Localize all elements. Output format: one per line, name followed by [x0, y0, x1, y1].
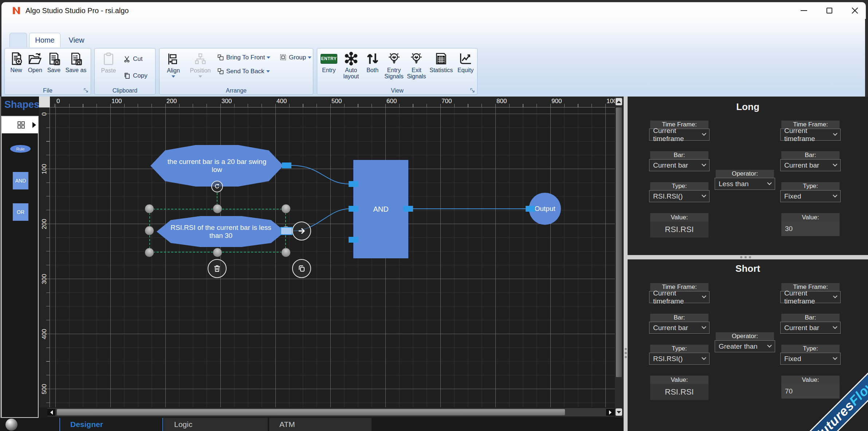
port-and-input-2[interactable]: [349, 206, 358, 212]
close-button[interactable]: [850, 6, 860, 15]
chevron-down-icon: [833, 162, 837, 166]
bring-to-front-button[interactable]: Bring To Front: [217, 53, 270, 62]
bring-to-front-icon: [217, 54, 224, 61]
chevron-down-icon: [833, 324, 837, 329]
port-output-input[interactable]: [526, 206, 535, 212]
short-right-type-select[interactable]: Fixed: [780, 353, 841, 365]
trash-icon: [213, 264, 221, 273]
selection-handle-w[interactable]: [145, 226, 154, 235]
long-left-timeframe-select[interactable]: Current timeframe: [649, 129, 710, 141]
window-title: Algo Studio Studio Pro - rsi.algo: [25, 7, 129, 15]
designer-canvas[interactable]: the current bar is a 20 bar swing low RS…: [50, 107, 615, 407]
vertical-splitter[interactable]: [624, 97, 628, 431]
palette-shape-and[interactable]: AND: [13, 172, 28, 189]
tab-atm[interactable]: ATM: [269, 418, 372, 431]
canvas-vertical-scrollbar[interactable]: [615, 97, 623, 417]
save-icon: [47, 51, 61, 66]
short-right-timeframe-select[interactable]: Current timeframe: [780, 291, 841, 303]
long-left-bar-select[interactable]: Current bar: [649, 159, 710, 171]
save-as-button[interactable]: Save as: [66, 50, 87, 73]
palette-category-row[interactable]: [2, 117, 38, 133]
tab-view[interactable]: View: [63, 33, 90, 47]
long-left-bar-label: Bar:: [650, 151, 708, 159]
bottom-tab-bar: Designer Logic ATM: [0, 418, 624, 431]
long-right-bar-select[interactable]: Current bar: [780, 159, 841, 171]
palette-expander-icon[interactable]: [32, 122, 36, 128]
short-right-bar-select[interactable]: Current bar: [780, 322, 841, 334]
view-dialog-launcher-icon[interactable]: [470, 88, 475, 93]
scroll-up-button[interactable]: [616, 98, 622, 105]
rotate-icon: [214, 183, 220, 190]
statistics-table-icon: [434, 51, 448, 66]
duplicate-node-button[interactable]: [292, 259, 311, 278]
port-and-output[interactable]: [404, 206, 413, 212]
long-operator-select[interactable]: Less than: [715, 178, 775, 190]
save-button[interactable]: Save: [47, 50, 61, 73]
long-left-value-display: RSI.RSI: [650, 222, 708, 238]
tab-home[interactable]: Home: [29, 33, 60, 47]
long-right-timeframe-select[interactable]: Current timeframe: [780, 129, 841, 141]
file-dialog-launcher-icon[interactable]: [83, 88, 89, 93]
short-right-value-input[interactable]: 70: [781, 384, 840, 399]
tab-stub[interactable]: [9, 33, 27, 47]
open-folder-icon: [28, 51, 42, 66]
entry-signals-button[interactable]: Entry Signals: [383, 50, 405, 79]
port-and-input-3[interactable]: [349, 237, 358, 243]
long-right-value-input[interactable]: 30: [781, 222, 840, 236]
tab-designer[interactable]: Designer: [59, 418, 163, 431]
position-button[interactable]: Position: [187, 51, 213, 78]
auto-layout-icon: [344, 51, 358, 66]
long-left-type-select[interactable]: RSI.RSI(): [649, 190, 710, 202]
equity-button[interactable]: Equity: [455, 50, 476, 79]
short-left-bar-select[interactable]: Current bar: [649, 322, 710, 334]
selection-handle-nw[interactable]: [145, 204, 154, 213]
node-and[interactable]: AND: [353, 160, 408, 258]
rotate-handle[interactable]: [211, 181, 223, 192]
port-and-input-1[interactable]: [349, 181, 358, 187]
status-orb-icon[interactable]: [5, 419, 17, 431]
send-to-back-button[interactable]: Send To Back: [217, 67, 270, 76]
align-button[interactable]: Align: [162, 51, 185, 78]
entry-signals-bulb-icon: [387, 51, 401, 66]
entry-button[interactable]: ENTRY Entry: [319, 50, 339, 79]
selection-handle-s[interactable]: [213, 248, 222, 257]
exit-signals-button[interactable]: Exit Signals: [406, 50, 427, 79]
paste-button[interactable]: Paste: [98, 51, 119, 74]
statistics-button[interactable]: Statistics: [428, 50, 455, 79]
palette-shape-rule[interactable]: Rule: [10, 145, 31, 153]
selection-handle-se[interactable]: [281, 248, 291, 257]
new-button[interactable]: New: [9, 50, 24, 73]
vertical-scroll-thumb[interactable]: [616, 107, 622, 377]
short-left-type-select[interactable]: RSI.RSI(): [649, 353, 710, 365]
selection-handle-sw[interactable]: [145, 248, 154, 257]
short-operator-select[interactable]: Greater than: [715, 340, 775, 352]
delete-node-button[interactable]: [208, 259, 227, 278]
selection-handle-ne[interactable]: [281, 204, 291, 213]
long-right-type-select[interactable]: Fixed: [780, 190, 841, 202]
copy-button[interactable]: Copy: [123, 71, 148, 81]
horizontal-splitter[interactable]: [624, 255, 868, 259]
open-button[interactable]: Open: [28, 50, 42, 73]
palette-shape-or[interactable]: OR: [13, 203, 28, 221]
port-swing-low-output[interactable]: [282, 162, 291, 168]
short-left-timeframe-select[interactable]: Current timeframe: [649, 291, 710, 303]
auto-layout-button[interactable]: Auto layout: [340, 50, 362, 79]
maximize-button[interactable]: [825, 6, 834, 15]
canvas-horizontal-scrollbar[interactable]: [47, 408, 614, 416]
horizontal-scroll-thumb[interactable]: [57, 409, 565, 415]
scroll-down-button[interactable]: [616, 408, 622, 416]
view-group-label: View: [317, 87, 477, 94]
node-rsi-rule[interactable]: RSI.RSI of the current bar is less than …: [157, 216, 285, 247]
tab-logic[interactable]: Logic: [164, 418, 268, 431]
port-rsi-output-highlighted[interactable]: [280, 227, 292, 235]
both-button[interactable]: Both: [363, 50, 382, 79]
selection-handle-n[interactable]: [213, 204, 222, 213]
cut-button[interactable]: Cut: [123, 54, 142, 64]
node-swing-low-rule[interactable]: the current bar is a 20 bar swing low: [150, 145, 283, 187]
minimize-button[interactable]: [799, 6, 809, 15]
scroll-right-button[interactable]: [606, 409, 614, 416]
vertical-ruler: 0 100 200 300 400 500: [39, 107, 50, 407]
group-button[interactable]: Group: [280, 53, 311, 62]
scroll-left-button[interactable]: [47, 409, 55, 416]
connect-arrow-button[interactable]: [292, 222, 311, 240]
